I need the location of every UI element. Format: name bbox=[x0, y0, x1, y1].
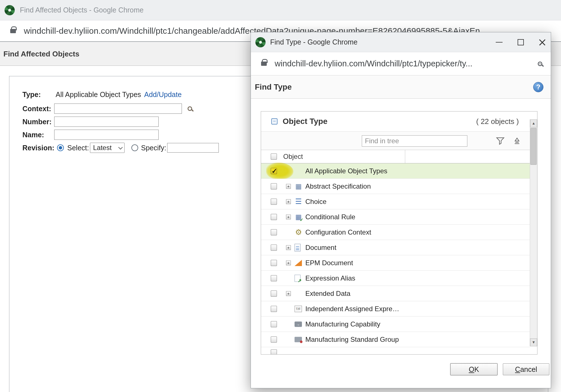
epm-icon bbox=[295, 260, 302, 266]
tree-row[interactable]: + Extended Data bbox=[261, 286, 530, 301]
popup-titlebar: Find Type - Google Chrome bbox=[251, 32, 551, 52]
lock-icon[interactable] bbox=[261, 62, 267, 66]
row-checkbox[interactable] bbox=[271, 260, 277, 266]
row-label: All Applicable Object Types bbox=[305, 167, 387, 175]
number-input[interactable] bbox=[54, 117, 159, 127]
row-checkbox[interactable] bbox=[271, 214, 277, 220]
tf-icon bbox=[295, 305, 302, 312]
expand-icon[interactable]: + bbox=[286, 214, 291, 219]
context-input[interactable] bbox=[54, 104, 182, 114]
specify-input[interactable] bbox=[167, 143, 219, 153]
choice-icon bbox=[295, 198, 302, 206]
config-icon bbox=[295, 228, 302, 236]
expand-icon[interactable]: + bbox=[286, 245, 291, 250]
mfgstd-icon bbox=[295, 337, 302, 342]
row-checkbox[interactable] bbox=[271, 199, 277, 205]
popup-url[interactable]: windchill-dev.hyliion.com/Windchill/ptc1… bbox=[275, 59, 472, 68]
row-checkbox[interactable] bbox=[271, 336, 277, 343]
revision-label: Revision: bbox=[22, 144, 54, 152]
select-all-checkbox[interactable] bbox=[271, 153, 277, 160]
revision-dropdown-value: Latest bbox=[93, 144, 112, 152]
popup-urlbar[interactable]: windchill-dev.hyliion.com/Windchill/ptc1… bbox=[251, 52, 551, 75]
tree-row[interactable]: + All Applicable Object Types bbox=[261, 163, 530, 179]
scroll-up-icon[interactable]: ▲ bbox=[530, 119, 537, 127]
row-checkbox[interactable] bbox=[271, 168, 277, 174]
type-value: All Applicable Object Types bbox=[56, 90, 141, 99]
revision-specify-radio[interactable] bbox=[131, 144, 138, 151]
row-checkbox[interactable] bbox=[271, 183, 277, 189]
tree-row[interactable]: + Manufacturing Capability bbox=[261, 317, 530, 332]
row-checkbox[interactable] bbox=[271, 306, 277, 312]
page-title: Find Affected Objects bbox=[3, 50, 79, 58]
row-checkbox[interactable] bbox=[271, 229, 277, 235]
expand-icon[interactable]: + bbox=[286, 199, 291, 204]
tree-row[interactable]: + Manufacturing Standard Group bbox=[261, 332, 530, 347]
type-label: Type: bbox=[22, 90, 41, 99]
row-label: Manufacturing Standard Group bbox=[305, 336, 399, 343]
minimize-icon bbox=[496, 42, 503, 43]
tree-row[interactable]: + Independent Assigned Expre… bbox=[261, 301, 530, 317]
background-titlebar: Find Affected Objects - Google Chrome bbox=[0, 0, 561, 20]
ok-button[interactable]: OK bbox=[450, 363, 497, 375]
zoom-out-icon[interactable] bbox=[538, 62, 542, 66]
collapse-section-icon[interactable]: − bbox=[271, 118, 278, 125]
row-checkbox[interactable] bbox=[271, 245, 277, 251]
tree-row[interactable]: + Document bbox=[261, 240, 530, 255]
name-input[interactable] bbox=[54, 130, 159, 140]
add-update-link[interactable]: Add/Update bbox=[144, 90, 182, 99]
row-checkbox[interactable] bbox=[271, 275, 277, 281]
row-label: Abstract Specification bbox=[305, 182, 371, 190]
expression-icon bbox=[295, 275, 301, 282]
tree-column-header: Object bbox=[261, 150, 530, 163]
object-type-panel: − Object Type ( 22 objects ) Object + Al… bbox=[261, 111, 537, 355]
tree-search-row bbox=[261, 131, 537, 150]
row-label: Conditional Rule bbox=[305, 213, 355, 221]
filter-icon[interactable] bbox=[496, 137, 505, 145]
row-checkbox[interactable] bbox=[271, 349, 277, 355]
row-label: Manufacturing Capability bbox=[305, 320, 380, 328]
tree-row[interactable]: + EPM Document bbox=[261, 255, 530, 271]
tree-row[interactable]: + Conditional Rule bbox=[261, 209, 530, 225]
tree-row[interactable]: + Abstract Specification bbox=[261, 179, 530, 194]
scroll-down-icon[interactable]: ▼ bbox=[530, 338, 537, 346]
row-label: Document bbox=[305, 244, 336, 252]
background-window-title: Find Affected Objects - Google Chrome bbox=[20, 6, 144, 14]
lock-icon[interactable] bbox=[10, 29, 16, 33]
expand-icon[interactable]: + bbox=[286, 184, 291, 189]
maximize-button[interactable] bbox=[512, 32, 529, 52]
context-search-icon[interactable] bbox=[188, 106, 192, 111]
expand-icon[interactable]: + bbox=[286, 260, 291, 265]
row-checkbox[interactable] bbox=[271, 290, 277, 297]
collapse-all-icon[interactable] bbox=[513, 137, 521, 145]
row-checkbox[interactable] bbox=[271, 321, 277, 327]
row-label: Configuration Context bbox=[305, 228, 371, 236]
tree-scrollbar[interactable]: ▲ ▼ bbox=[530, 119, 537, 346]
name-label: Name: bbox=[22, 131, 44, 139]
cancel-button[interactable]: Cancel bbox=[503, 363, 549, 375]
select-label: Select: bbox=[67, 144, 89, 152]
row-label: EPM Document bbox=[305, 259, 353, 267]
partial-row bbox=[261, 347, 530, 355]
minimize-button[interactable] bbox=[491, 32, 508, 52]
revision-select-radio[interactable] bbox=[57, 144, 64, 151]
find-in-tree-input[interactable] bbox=[362, 135, 467, 147]
revision-dropdown[interactable]: Latest bbox=[90, 143, 125, 153]
close-icon bbox=[539, 39, 546, 46]
popup-page-title: Find Type bbox=[255, 83, 533, 92]
mfg-icon bbox=[295, 321, 302, 327]
tree-row[interactable]: + Choice bbox=[261, 194, 530, 209]
tree-row[interactable]: + Expression Alias bbox=[261, 271, 530, 286]
tree-row[interactable]: + Configuration Context bbox=[261, 225, 530, 240]
help-icon[interactable]: ? bbox=[533, 82, 543, 92]
specify-label: Specify: bbox=[141, 144, 166, 152]
highlight-marker bbox=[266, 163, 293, 180]
object-type-rows: + All Applicable Object Types + Abstract… bbox=[261, 163, 530, 354]
row-label: Choice bbox=[305, 198, 327, 206]
close-button[interactable] bbox=[534, 32, 551, 52]
scrollbar-thumb[interactable] bbox=[530, 128, 537, 165]
spec-icon bbox=[295, 182, 302, 190]
expand-icon[interactable]: + bbox=[286, 291, 291, 296]
document-icon bbox=[295, 244, 301, 251]
conditional-icon bbox=[295, 213, 302, 221]
object-type-title: Object Type bbox=[283, 117, 327, 126]
